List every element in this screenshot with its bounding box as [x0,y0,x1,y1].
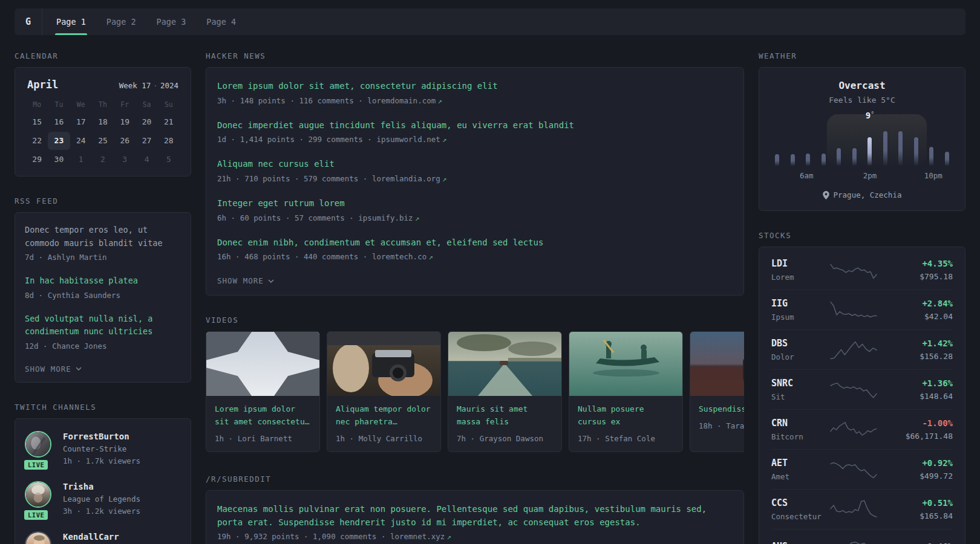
weather-bar [914,137,918,166]
hn-item-link[interactable]: Integer eget rutrum lorem [217,197,733,210]
live-badge: LIVE [23,509,49,521]
weather-bar [867,137,872,166]
page-tabs: Page 1 Page 2 Page 3 Page 4 [46,8,246,35]
stock-name: Bitcorn [771,432,829,441]
hn-show-more-button[interactable]: SHOW MORE [217,276,274,285]
video-card[interactable]: Nullam posuere cursus ex 17h · Stefan Co… [569,331,683,452]
video-card[interactable]: Lorem ipsum dolor sit amet consectetu… 1… [206,331,320,452]
stock-row[interactable]: AHS +0.46% [771,529,953,544]
hn-item-domain-link[interactable]: loremtech.co [372,252,426,261]
rss-section-title: RSS FEED [15,196,191,206]
hn-item: Lorem ipsum dolor sit amet, consectetur … [217,80,733,105]
hn-item-link[interactable]: Donec imperdiet augue tincidunt felis al… [217,119,733,132]
twitch-channel-game: League of Legends [63,494,140,504]
hacker-news-section-title: HACKER NEWS [206,51,744,60]
stock-symbol: SNRC [771,378,829,389]
subreddit-section-title: /R/SUBREDDIT [206,474,744,484]
weather-condition: Overcast [771,80,953,91]
calendar-day-header: Su [158,97,180,112]
weather-chart-bars [775,131,949,166]
twitch-channel-meta: 3h · 1.2k viewers [63,507,140,516]
calendar-day: 26 [114,132,136,150]
tab-page-3[interactable]: Page 3 [146,8,197,35]
calendar-day: 18 [92,113,114,131]
hn-item-link[interactable]: Donec enim nibh, condimentum et accumsan… [217,236,733,250]
stock-change: +0.92% [878,458,953,468]
stock-row[interactable]: IIG Ipsum +2.84% $42.04 [771,290,953,329]
tab-label: Page 1 [56,17,86,27]
rss-show-more-button[interactable]: SHOW MORE [25,364,82,374]
app-logo[interactable]: G [15,8,42,35]
video-thumbnail [206,332,319,396]
avatar [25,481,51,508]
avatar [25,431,51,458]
twitch-channel-row[interactable]: LIVE Trisha League of Legends 3h · 1.2k … [25,481,181,516]
stock-row[interactable]: LDI Lorem +4.35% $795.18 [771,250,953,290]
stock-symbol: CRN [771,418,829,429]
stock-row[interactable]: SNRC Sit +1.36% $148.64 [771,369,953,409]
rss-item-link[interactable]: In hac habitasse platea [25,274,181,288]
main-column: HACKER NEWS Lorem ipsum dolor sit amet, … [206,51,744,544]
rss-item: In hac habitasse platea 8d · Cynthia Sau… [25,274,181,300]
video-title: Lorem ipsum dolor sit amet consectetu… [215,403,311,429]
rss-item-link[interactable]: Donec tempor eros leo, ut commodo mauris… [25,224,181,250]
reddit-post: Maecenas mollis pulvinar erat non posuer… [217,503,733,541]
stock-sparkline [829,499,878,520]
stock-row[interactable]: CRN Bitcorn -1.00% $66,171.48 [771,409,953,449]
hn-item-domain-link[interactable]: ipsumworld.net [376,135,440,144]
hn-item-domain-link[interactable]: loremdomain.com [367,96,436,105]
weather-bar [929,147,933,166]
calendar-section-title: CALENDAR [15,51,191,60]
calendar-day: 29 [26,151,48,169]
video-card[interactable]: Aliquam tempor dolor nec pharetra… 1h · … [327,331,441,452]
calendar-day-header: Tu [48,97,70,112]
stock-row[interactable]: AET Amet +0.92% $499.72 [771,449,953,489]
rss-item-link[interactable]: Sed volutpat nulla nisl, a condimentum n… [25,312,181,338]
twitch-channel-name: Trisha [63,482,140,491]
video-card[interactable]: Suspendisse diam 18h · Tara [690,331,744,452]
weather-time-label: 2pm [863,171,877,180]
hn-item-domain-link[interactable]: loremlandia.org [372,174,440,183]
tab-page-4[interactable]: Page 4 [196,8,246,35]
stock-row[interactable]: DBS Dolor +1.42% $156.28 [771,329,953,369]
stock-row[interactable]: CCS Consectetur +0.51% $165.84 [771,489,953,529]
weather-bar [852,148,857,166]
video-thumbnail [569,332,682,396]
stock-name: Lorem [771,273,829,282]
stock-change: +2.84% [878,299,953,308]
hn-item-link[interactable]: Aliquam nec cursus elit [217,158,733,171]
stock-name: Sit [771,392,829,401]
stock-price: $156.28 [878,352,953,361]
calendar-day: 2 [92,151,114,169]
reddit-post-domain-link[interactable]: loremnet.xyz [390,532,445,541]
subreddit-widget: /R/SUBREDDIT Maecenas mollis pulvinar er… [206,474,744,544]
weather-time-label: 10pm [924,171,942,180]
hn-item: Donec enim nibh, condimentum et accumsan… [217,236,733,262]
hn-item-meta: 3h · 148 points · 116 comments · loremdo… [217,96,733,105]
video-thumbnail [327,332,440,396]
calendar-day-header: We [70,97,92,112]
external-link-icon: ↗ [445,532,451,541]
weather-bar [791,154,795,166]
stock-change: +0.46% [878,542,953,544]
hn-item-link[interactable]: Lorem ipsum dolor sit amet, consectetur … [217,80,733,93]
stock-change: +1.42% [878,338,953,348]
tab-page-2[interactable]: Page 2 [96,8,146,35]
calendar-day: 25 [92,132,114,150]
video-card[interactable]: Mauris sit amet massa felis 7h · Grayson… [448,331,562,452]
tab-label: Page 4 [206,17,236,27]
twitch-channel-row[interactable]: LIVE ForrestBurton Counter-Strike 1h · 1… [25,431,181,465]
hn-item-domain-link[interactable]: ipsumify.biz [358,213,413,222]
stock-name: Ipsum [771,312,829,322]
tab-page-1[interactable]: Page 1 [46,8,96,35]
twitch-channel-name: KendallCarr [63,532,119,542]
twitch-channel-row[interactable]: KendallCarr [25,531,181,544]
reddit-post-link[interactable]: Maecenas mollis pulvinar erat non posuer… [217,503,733,529]
video-thumbnail [690,332,744,396]
hn-item-meta: 1d · 1,414 points · 299 comments · ipsum… [217,135,733,144]
weather-widget: WEATHER Overcast Feels like 5°C 9° 6am2p… [759,51,965,211]
stocks-section-title: STOCKS [759,231,965,240]
tab-label: Page 3 [157,17,186,27]
left-column: CALENDAR April Week 17·2024 Mo Tu We Th … [15,51,191,544]
calendar-day: 5 [158,151,180,169]
